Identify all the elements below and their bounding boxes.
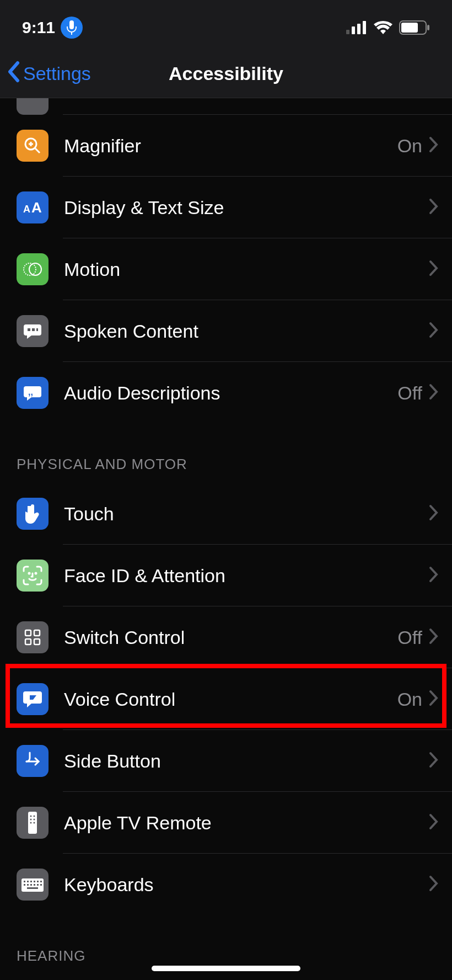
chevron-right-icon (429, 813, 439, 832)
row-label: Magnifier (64, 135, 397, 157)
svg-point-30 (30, 816, 32, 817)
svg-text:,,: ,, (28, 387, 33, 397)
row-switch-control[interactable]: Switch Control Off (0, 606, 452, 668)
svg-text:A: A (31, 199, 42, 216)
voice-control-active-icon (61, 17, 83, 39)
row-motion[interactable]: Motion (0, 238, 452, 300)
cellular-signal-icon (346, 21, 367, 34)
svg-rect-44 (27, 884, 29, 886)
row-label: Side Button (64, 750, 429, 772)
row-label: Switch Control (64, 627, 397, 648)
status-bar: 9:11 (0, 0, 452, 50)
section-header-physical: Physical and Motor (0, 424, 452, 483)
row-label: Touch (64, 503, 429, 525)
svg-point-22 (35, 573, 36, 574)
chevron-right-icon (429, 504, 439, 523)
row-spoken-content[interactable]: Spoken Content (0, 300, 452, 362)
spoken-content-icon (17, 315, 49, 347)
svg-rect-40 (34, 881, 35, 882)
chevron-right-icon (429, 566, 439, 585)
row-prior-item[interactable] (0, 98, 452, 115)
chevron-right-icon (429, 628, 439, 647)
row-audio-descriptions[interactable]: ,, Audio Descriptions Off (0, 362, 452, 424)
row-side-button[interactable]: Side Button (0, 730, 452, 792)
row-label: Display & Text Size (64, 197, 429, 219)
svg-rect-29 (28, 812, 37, 834)
svg-rect-5 (363, 21, 366, 34)
switch-control-icon (17, 621, 49, 653)
svg-rect-7 (401, 23, 418, 33)
apple-tv-remote-icon (17, 807, 49, 839)
svg-point-34 (30, 822, 32, 824)
chevron-right-icon (429, 690, 439, 709)
status-right (346, 20, 430, 35)
row-touch[interactable]: Touch (0, 483, 452, 545)
status-time: 9:11 (22, 18, 55, 37)
row-label: Apple TV Remote (64, 812, 429, 834)
chevron-left-icon (7, 61, 20, 87)
svg-rect-0 (69, 20, 74, 29)
svg-rect-26 (34, 639, 40, 645)
section-vision: Magnifier On AA Display & Text Size Moti… (0, 98, 452, 424)
svg-rect-38 (27, 881, 29, 882)
row-hearing-devices[interactable]: Hearing Devices (0, 974, 452, 980)
svg-rect-1 (71, 32, 72, 35)
svg-line-10 (35, 148, 40, 153)
row-label: Voice Control (64, 689, 397, 710)
motion-icon (17, 253, 49, 285)
svg-rect-17 (28, 328, 30, 331)
nav-bar: Settings Accessibility (0, 50, 452, 98)
svg-rect-45 (30, 884, 32, 886)
svg-rect-42 (40, 881, 42, 882)
svg-rect-23 (25, 630, 31, 636)
chevron-right-icon (429, 322, 439, 340)
svg-point-32 (30, 819, 32, 821)
svg-rect-24 (34, 630, 40, 636)
svg-rect-41 (37, 881, 39, 882)
generic-icon (17, 98, 49, 115)
chevron-right-icon (429, 384, 439, 402)
row-value: On (397, 689, 422, 710)
row-keyboards[interactable]: Keyboards (0, 854, 452, 915)
row-face-id[interactable]: Face ID & Attention (0, 545, 452, 606)
chevron-right-icon (429, 752, 439, 770)
nav-back-button[interactable]: Settings (0, 61, 91, 87)
audio-descriptions-icon: ,, (17, 377, 49, 409)
svg-rect-25 (25, 639, 31, 645)
voice-control-icon (17, 683, 49, 715)
home-indicator[interactable] (152, 966, 300, 971)
text-size-icon: AA (17, 191, 49, 223)
settings-list[interactable]: Magnifier On AA Display & Text Size Moti… (0, 98, 452, 980)
chevron-right-icon (429, 260, 439, 279)
svg-rect-18 (32, 328, 35, 331)
svg-rect-47 (37, 884, 39, 886)
row-label: Spoken Content (64, 321, 429, 342)
svg-rect-49 (27, 887, 38, 889)
chevron-right-icon (429, 136, 439, 155)
svg-point-31 (34, 816, 35, 817)
row-value: Off (397, 627, 422, 648)
svg-rect-39 (30, 881, 32, 882)
row-label: Keyboards (64, 874, 429, 896)
battery-icon (399, 20, 430, 35)
row-label: Motion (64, 259, 429, 280)
svg-rect-46 (34, 884, 35, 886)
svg-rect-3 (352, 26, 355, 34)
nav-back-label: Settings (23, 63, 91, 84)
svg-rect-19 (36, 328, 38, 331)
row-voice-control[interactable]: Voice Control On (0, 668, 452, 730)
status-left: 9:11 (22, 17, 83, 39)
row-magnifier[interactable]: Magnifier On (0, 115, 452, 177)
side-button-icon (17, 745, 49, 777)
row-apple-tv-remote[interactable]: Apple TV Remote (0, 792, 452, 854)
face-id-icon (17, 560, 49, 592)
magnifier-icon (17, 130, 49, 162)
svg-rect-8 (427, 25, 429, 30)
row-display-text-size[interactable]: AA Display & Text Size (0, 177, 452, 238)
svg-rect-37 (24, 881, 25, 882)
chevron-right-icon (429, 875, 439, 894)
touch-icon (17, 498, 49, 530)
svg-point-21 (29, 573, 30, 574)
row-label: Audio Descriptions (64, 382, 397, 404)
wifi-icon (374, 21, 392, 34)
